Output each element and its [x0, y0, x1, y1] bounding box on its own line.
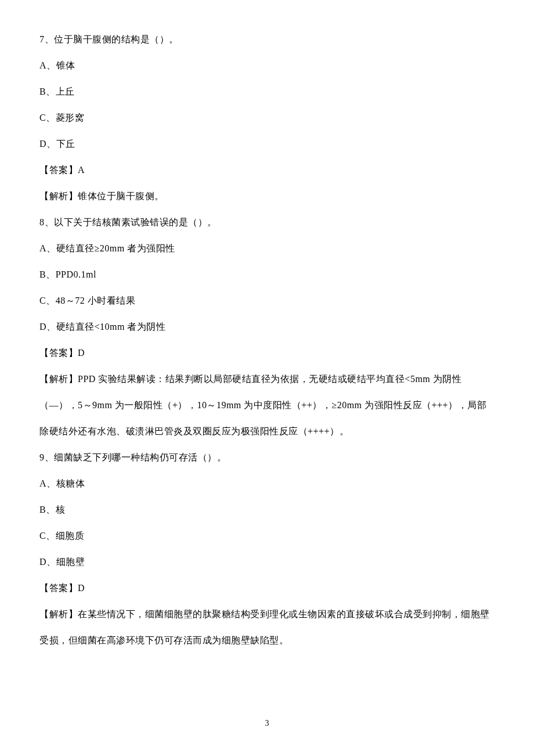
- q8-option-d: D、硬结直径<10mm 者为阴性: [39, 322, 495, 332]
- q8-option-c: C、48～72 小时看结果: [39, 296, 495, 305]
- q8-option-a: A、硬结直径≥20mm 者为强阳性: [39, 244, 495, 253]
- q9-option-a: A、核糖体: [39, 479, 495, 488]
- q9-analysis-line2: 受损，但细菌在高渗环境下仍可存活而成为细胞壁缺陷型。: [39, 636, 495, 645]
- q8-analysis-line3: 除硬结外还有水泡、破溃淋巴管炎及双圈反应为极强阳性反应（++++）。: [39, 427, 495, 436]
- q7-option-c: C、菱形窝: [39, 113, 495, 123]
- q9-option-b: B、核: [39, 505, 495, 514]
- q9-answer: 【答案】D: [39, 584, 495, 593]
- document-page: 7、位于脑干腹侧的结构是（）。 A、锥体 B、上丘 C、菱形窝 D、下丘 【答案…: [0, 0, 534, 645]
- q8-analysis-line2: （—），5～9mm 为一般阳性（+），10～19mm 为中度阳性（++），≥20…: [39, 401, 495, 410]
- q8-analysis-line1: 【解析】PPD 实验结果解读：结果判断以局部硬结直径为依据，无硬结或硬结平均直径…: [39, 375, 495, 384]
- q7-answer: 【答案】A: [39, 165, 495, 175]
- q7-option-d: D、下丘: [39, 139, 495, 149]
- q7-option-a: A、锥体: [39, 61, 495, 70]
- page-number: 3: [0, 719, 534, 728]
- q7-option-b: B、上丘: [39, 87, 495, 96]
- q8-stem: 8、以下关于结核菌素试验错误的是（）。: [39, 218, 495, 227]
- q9-option-c: C、细胞质: [39, 531, 495, 541]
- q7-analysis: 【解析】锥体位于脑干腹侧。: [39, 192, 495, 201]
- q8-answer: 【答案】D: [39, 348, 495, 358]
- q9-analysis-line1: 【解析】在某些情况下，细菌细胞壁的肽聚糖结构受到理化或生物因素的直接破坏或合成受…: [39, 610, 495, 619]
- q8-option-b: B、PPD0.1ml: [39, 270, 495, 279]
- q9-option-d: D、细胞壁: [39, 557, 495, 567]
- q9-stem: 9、细菌缺乏下列哪一种结构仍可存活（）。: [39, 453, 495, 462]
- q7-stem: 7、位于脑干腹侧的结构是（）。: [39, 35, 495, 44]
